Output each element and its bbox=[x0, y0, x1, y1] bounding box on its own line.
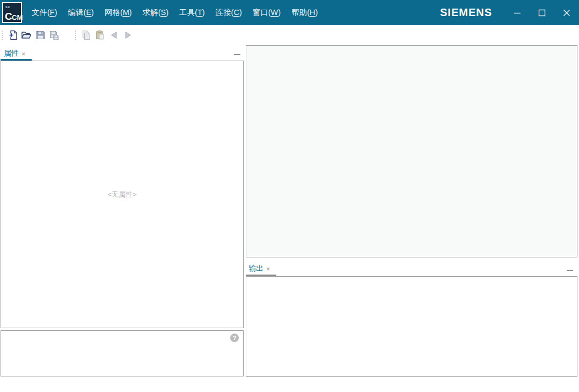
new-simulation-icon bbox=[8, 30, 18, 40]
window-controls bbox=[505, 0, 579, 25]
back-icon bbox=[109, 30, 119, 40]
menu-window[interactable]: 窗口(W) bbox=[247, 4, 286, 21]
properties-panel: <无属性> bbox=[1, 61, 244, 328]
properties-tab-row: 属性 × bbox=[4, 49, 26, 58]
copy-button[interactable] bbox=[79, 28, 93, 42]
logo-letter: C bbox=[5, 11, 12, 21]
copy-icon bbox=[81, 30, 91, 40]
menu-file[interactable]: 文件(F) bbox=[26, 4, 63, 21]
menu-help[interactable]: 帮助(H) bbox=[286, 4, 323, 21]
toolbar-gripper[interactable] bbox=[75, 31, 77, 40]
back-button[interactable] bbox=[107, 28, 121, 42]
graphics-canvas[interactable] bbox=[246, 45, 577, 257]
close-icon bbox=[563, 9, 570, 17]
properties-panel-minimize-button[interactable] bbox=[234, 54, 240, 55]
output-panel[interactable] bbox=[246, 276, 577, 377]
paste-icon bbox=[95, 30, 105, 40]
open-button[interactable] bbox=[19, 28, 33, 42]
menu-edit[interactable]: 编辑(E) bbox=[63, 4, 99, 21]
minimize-button[interactable] bbox=[505, 0, 530, 25]
properties-tab-close-icon[interactable]: × bbox=[21, 50, 26, 58]
save-icon bbox=[35, 30, 46, 40]
forward-button[interactable] bbox=[121, 28, 135, 42]
siemens-logo: SIEMENS bbox=[440, 6, 492, 19]
menubar: 文件(F) 编辑(E) 网格(M) 求解(S) 工具(T) 连接(C) 窗口(W… bbox=[26, 4, 323, 21]
forward-icon bbox=[123, 30, 133, 40]
save-all-button[interactable] bbox=[47, 28, 61, 42]
main-toolbar bbox=[0, 25, 579, 45]
paste-button[interactable] bbox=[93, 28, 107, 42]
toolbar-gripper[interactable] bbox=[2, 31, 3, 40]
tab-properties[interactable]: 属性 bbox=[4, 49, 19, 58]
output-tab-row: 输出 × bbox=[248, 264, 270, 273]
menu-mesh[interactable]: 网格(M) bbox=[99, 4, 137, 21]
logo-letters: CM bbox=[12, 14, 23, 21]
tab-output[interactable]: 输出 bbox=[248, 264, 263, 273]
logo-superscript: sc bbox=[5, 4, 10, 9]
menu-solve[interactable]: 求解(S) bbox=[137, 4, 174, 21]
new-simulation-button[interactable] bbox=[5, 28, 19, 42]
no-properties-placeholder: <无属性> bbox=[107, 190, 136, 199]
open-icon bbox=[21, 30, 32, 40]
titlebar: sc C CM 文件(F) 编辑(E) 网格(M) 求解(S) 工具(T) 连接… bbox=[0, 0, 579, 25]
menu-tools[interactable]: 工具(T) bbox=[174, 4, 210, 21]
description-panel: ? bbox=[1, 330, 244, 376]
output-panel-minimize-button[interactable] bbox=[567, 270, 573, 271]
maximize-button[interactable] bbox=[530, 0, 554, 25]
output-tab-close-icon[interactable]: × bbox=[266, 265, 270, 273]
help-icon[interactable]: ? bbox=[230, 334, 239, 342]
app-logo-star-ccm-icon: sc C CM bbox=[2, 2, 22, 23]
minimize-icon bbox=[514, 9, 521, 17]
close-button[interactable] bbox=[554, 0, 579, 25]
save-all-icon bbox=[49, 30, 60, 40]
save-button[interactable] bbox=[33, 28, 47, 42]
menu-connect[interactable]: 连接(C) bbox=[210, 4, 247, 21]
maximize-icon bbox=[538, 9, 546, 17]
